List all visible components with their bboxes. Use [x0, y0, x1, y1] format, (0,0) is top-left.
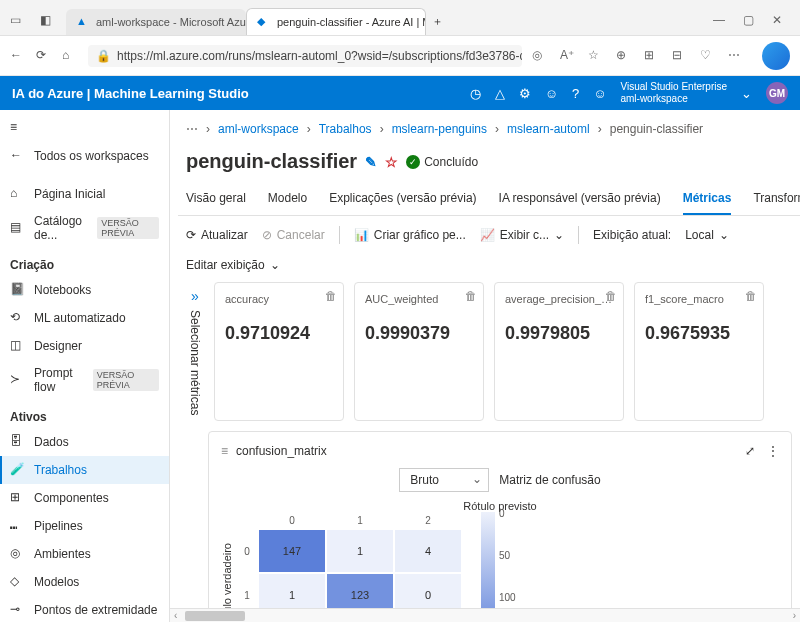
more-breadcrumb-icon[interactable]: ⋯: [186, 122, 198, 136]
avatar[interactable]: GM: [766, 82, 788, 104]
expand-icon[interactable]: ⤢: [745, 444, 755, 458]
prompt-icon: ≻: [10, 372, 26, 388]
workspaces-icon[interactable]: ◧: [40, 13, 56, 29]
tab-overview[interactable]: Visão geral: [186, 191, 246, 215]
tracking-icon[interactable]: ◎: [532, 48, 548, 64]
select-metrics-panel[interactable]: Selecionar métricas: [186, 282, 204, 421]
browser-tab-1[interactable]: ◆ penguin-classifier - Azure AI | M... ×: [246, 8, 426, 35]
close-window-icon[interactable]: ✕: [772, 13, 782, 27]
current-view-label: Exibição atual:: [593, 228, 671, 242]
chevron-down-icon: ⌄: [270, 258, 280, 272]
sidebar-dados[interactable]: 🗄Dados: [0, 428, 169, 456]
sidebar-designer[interactable]: ◫Designer: [0, 332, 169, 360]
tab-metrics[interactable]: Métricas: [683, 191, 732, 215]
metric-name: accuracy: [225, 293, 333, 305]
page-title: penguin-classifier: [186, 150, 357, 173]
sidebar-catalog[interactable]: ▤Catálogo de...VERSÃO PRÉVIA: [0, 208, 169, 248]
browser-tab-0[interactable]: ▲ aml-workspace - Microsoft Azur... ×: [66, 9, 246, 35]
sidebar-pipelines[interactable]: ⑉Pipelines: [0, 512, 169, 540]
help-icon[interactable]: ?: [572, 86, 579, 101]
clock-icon[interactable]: ◷: [470, 86, 481, 101]
chevron-down-icon: ⌄: [554, 228, 564, 242]
url-field[interactable]: 🔒 https://ml.azure.com/runs/mslearn-auto…: [88, 45, 522, 67]
metric-card[interactable]: 🗑accuracy0.9710924: [214, 282, 344, 421]
bing-chat-icon[interactable]: [762, 42, 790, 70]
sidebar-prompt[interactable]: ≻Prompt flowVERSÃO PRÉVIA: [0, 360, 169, 400]
refresh-icon[interactable]: ⟳: [36, 48, 52, 64]
delete-icon[interactable]: 🗑: [465, 289, 477, 303]
menu-icon[interactable]: ≡: [221, 444, 228, 458]
read-aloud-icon[interactable]: A⁺: [560, 48, 576, 64]
sidebar-ambientes[interactable]: ◎Ambientes: [0, 540, 169, 568]
components-icon: ⊞: [10, 490, 26, 506]
workspace-info[interactable]: Visual Studio Enterprise aml-workspace: [620, 81, 727, 105]
wallet-icon[interactable]: ♡: [700, 48, 716, 64]
view-selector[interactable]: Local⌄: [685, 228, 729, 242]
cancel-button: ⊘Cancelar: [262, 228, 325, 242]
cm-type-selector[interactable]: Bruto: [399, 468, 489, 492]
scroll-thumb[interactable]: [185, 611, 245, 621]
maximize-icon[interactable]: ▢: [743, 13, 754, 27]
crumb-jobs[interactable]: Trabalhos: [319, 122, 372, 136]
status-badge: ✓ Concluído: [406, 155, 478, 169]
create-chart-button[interactable]: 📊Criar gráfico pe...: [354, 228, 466, 242]
settings-icon[interactable]: ⚙: [519, 86, 531, 101]
window-controls: — ▢ ✕: [701, 13, 794, 35]
star-icon[interactable]: ☆: [385, 154, 398, 170]
crumb-exp[interactable]: mslearn-penguins: [392, 122, 487, 136]
metric-value: 0.9710924: [225, 323, 333, 344]
horizontal-scrollbar[interactable]: ‹ ›: [170, 608, 800, 622]
more-icon[interactable]: ⋯: [728, 48, 744, 64]
crumb-ws[interactable]: aml-workspace: [218, 122, 299, 136]
sidebar-trabalhos[interactable]: 🧪Trabalhos: [0, 456, 169, 484]
collections-icon[interactable]: ⊕: [616, 48, 632, 64]
scroll-right-icon[interactable]: ›: [789, 610, 800, 621]
notifications-icon[interactable]: △: [495, 86, 505, 101]
edit-view-button[interactable]: Editar exibição⌄: [186, 258, 280, 272]
performance-icon[interactable]: ⊟: [672, 48, 688, 64]
delete-icon[interactable]: 🗑: [325, 289, 337, 303]
view-chart-button[interactable]: 📈Exibir c...⌄: [480, 228, 564, 242]
tab-model[interactable]: Modelo: [268, 191, 307, 215]
home-icon: ⌂: [10, 186, 26, 202]
feedback-icon[interactable]: ☺: [545, 86, 558, 101]
smiley-icon[interactable]: ☺: [593, 86, 606, 101]
tab-label: penguin-classifier - Azure AI | M...: [277, 16, 426, 28]
scroll-left-icon[interactable]: ‹: [170, 610, 181, 621]
back-icon[interactable]: ←: [10, 48, 26, 64]
more-icon[interactable]: ⋮: [767, 444, 779, 458]
sidebar-componentes[interactable]: ⊞Componentes: [0, 484, 169, 512]
sidebar-notebooks[interactable]: 📓Notebooks: [0, 276, 169, 304]
crumb-parent[interactable]: mslearn-automl: [507, 122, 590, 136]
edit-icon[interactable]: ✎: [365, 154, 377, 170]
back-to-workspaces[interactable]: ←Todos os workspaces: [0, 142, 169, 170]
product-title: IA do Azure | Machine Learning Studio: [12, 86, 249, 101]
home-icon[interactable]: ⌂: [62, 48, 78, 64]
sidebar-endpoints[interactable]: ⊸Pontos de extremidade: [0, 596, 169, 622]
sidebar-home[interactable]: ⌂Página Inicial: [0, 180, 169, 208]
section-criacao: Criação: [0, 248, 169, 276]
hamburger-menu[interactable]: ≡: [0, 114, 169, 142]
sidebar-modelos[interactable]: ◇Modelos: [0, 568, 169, 596]
tab-rai[interactable]: IA responsável (versão prévia): [499, 191, 661, 215]
tab-explain[interactable]: Explicações (versão prévia): [329, 191, 476, 215]
refresh-button[interactable]: ⟳Atualizar: [186, 228, 248, 242]
favorite-icon[interactable]: ☆: [588, 48, 604, 64]
sidebar-automl[interactable]: ⟲ML automatizado: [0, 304, 169, 332]
confusion-matrix-grid: 01201471411123024064: [237, 512, 461, 622]
azure-header: IA do Azure | Machine Learning Studio ◷ …: [0, 76, 800, 110]
delete-icon[interactable]: 🗑: [745, 289, 757, 303]
browser-titlebar: ▭ ◧ ▲ aml-workspace - Microsoft Azur... …: [0, 0, 800, 36]
tab-transform[interactable]: Transformação de dados (ve: [753, 191, 800, 215]
delete-icon[interactable]: 🗑: [605, 289, 617, 303]
cm-col-header: 2: [425, 515, 431, 526]
new-tab-button[interactable]: ＋: [426, 8, 449, 35]
minimize-icon[interactable]: —: [713, 13, 725, 27]
personal-icon[interactable]: ▭: [10, 13, 26, 29]
metric-card[interactable]: 🗑average_precision_sco...0.9979805: [494, 282, 624, 421]
chevron-down-icon[interactable]: ⌄: [741, 86, 752, 101]
metric-card[interactable]: 🗑f1_score_macro0.9675935: [634, 282, 764, 421]
section-ativos: Ativos: [0, 400, 169, 428]
extensions-icon[interactable]: ⊞: [644, 48, 660, 64]
metric-card[interactable]: 🗑AUC_weighted0.9990379: [354, 282, 484, 421]
